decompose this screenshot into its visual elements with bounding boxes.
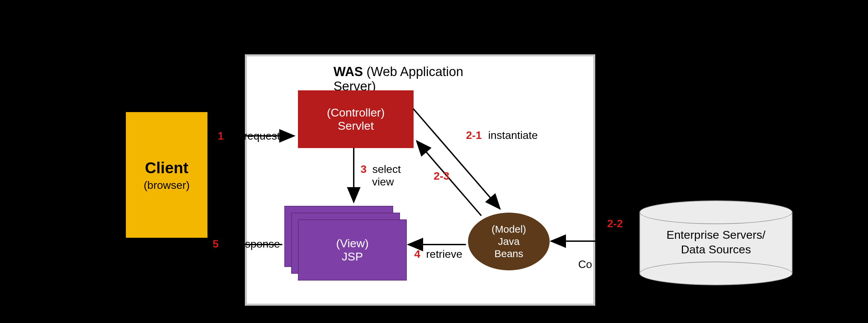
step-1-text: request <box>244 130 280 142</box>
client-title: Client <box>145 159 188 177</box>
was-title-bold: WAS <box>334 65 363 79</box>
step-2-3-num: 2-3 <box>434 170 449 182</box>
step-2-1: 2-1 instantiate <box>466 129 538 142</box>
step-4-num: 4 <box>414 248 420 260</box>
step-1: 1 request <box>218 130 280 142</box>
step-4: 4 retrieve <box>414 248 462 261</box>
client-box: Client (browser) <box>126 112 207 238</box>
step-3: 3 select view <box>361 163 401 188</box>
diagram-stage: Client (browser) WAS (Web Application Se… <box>0 0 868 323</box>
step-1-num: 1 <box>218 130 224 142</box>
client-subtitle: (browser) <box>144 179 189 192</box>
step-5-num: 5 <box>213 238 219 250</box>
step-2-3: 2-3 <box>434 170 449 182</box>
view-line1: (View) <box>336 237 369 250</box>
model-line3: Beans <box>494 248 523 260</box>
controller-line1: (Controller) <box>327 106 385 119</box>
step-2-2-num: 2-2 <box>607 217 623 230</box>
model-ellipse: (Model) Java Beans <box>468 213 550 270</box>
step-3-text2: view <box>372 176 401 188</box>
view-card-front: (View) JSP <box>298 219 407 281</box>
db-top <box>639 200 792 224</box>
db-line2: Data Sources <box>639 242 792 257</box>
db-cylinder: Enterprise Servers/ Data Sources <box>639 200 792 285</box>
step-5-text: response <box>235 238 280 250</box>
model-line2: Java <box>498 235 519 248</box>
step-2-2-tail-text: Co <box>578 258 592 270</box>
step-4-text: retrieve <box>426 248 463 260</box>
step-5: 5 response <box>213 238 280 250</box>
step-2-2: 2-2 <box>607 217 623 230</box>
was-title: WAS (Web Application Server) <box>334 65 507 94</box>
controller-line2: Servlet <box>338 119 374 132</box>
db-bottom <box>639 262 792 285</box>
step-3-text: select <box>372 163 401 175</box>
controller-box: (Controller) Servlet <box>298 90 414 148</box>
view-stack: (View) JSP <box>284 206 407 281</box>
db-line1: Enterprise Servers/ <box>639 228 792 242</box>
view-line2: JSP <box>342 250 363 263</box>
was-container: WAS (Web Application Server) (Controller… <box>245 54 595 306</box>
step-3-num: 3 <box>361 163 367 175</box>
model-line1: (Model) <box>491 223 526 235</box>
step-2-2-tail: Co <box>578 258 592 271</box>
step-2-1-num: 2-1 <box>466 129 482 141</box>
step-2-1-text: instantiate <box>488 129 538 141</box>
db-text: Enterprise Servers/ Data Sources <box>639 228 792 256</box>
